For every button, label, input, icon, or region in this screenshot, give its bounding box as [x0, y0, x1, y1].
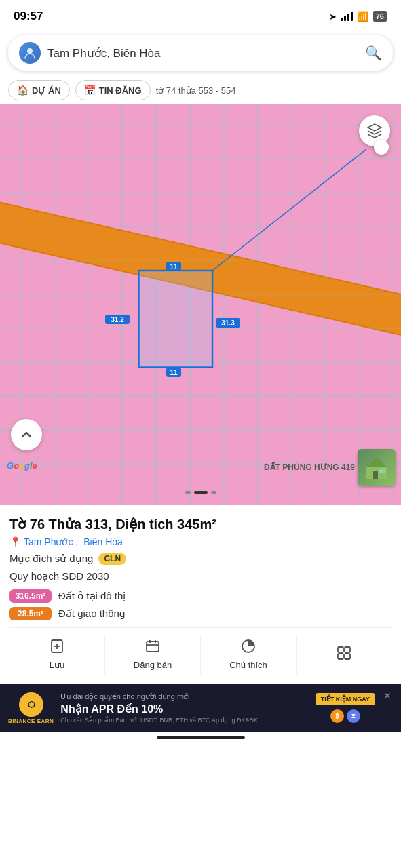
save-button[interactable]: Lưu: [9, 635, 105, 674]
ad-main-text: Nhận APR Đến 10%: [60, 703, 308, 715]
binance-logo: ⬡: [19, 692, 43, 717]
svg-text:11: 11: [170, 263, 178, 271]
svg-text:31.3: 31.3: [221, 319, 235, 327]
land-badge-orange: 28.5m²: [9, 607, 52, 620]
ad-logo: ⬡ BINANCE EARN: [8, 692, 54, 724]
info-panel: Tờ 76 Thửa 313, Diện tích 345m² 📍 Tam Ph…: [0, 505, 401, 684]
map-property-thumbnail[interactable]: [358, 449, 396, 486]
map-container[interactable]: 11 11 31.2 31.3 Google ĐẤT PHÙNG HƯNG 41…: [0, 104, 401, 505]
location-pin-icon: 📍: [9, 536, 21, 547]
dang-ban-label: Đăng bán: [134, 660, 172, 670]
ad-logo-text: BINANCE EARN: [8, 718, 54, 724]
map-collapse-button[interactable]: [11, 419, 42, 450]
save-icon: [50, 639, 64, 657]
svg-rect-29: [139, 271, 212, 367]
filter-parcel-text[interactable]: tờ 74 thửa 553 - 554: [156, 83, 236, 98]
svg-rect-43: [379, 469, 385, 473]
land-type-row-2: 28.5m² Đất giao thông: [9, 607, 392, 620]
property-title: Tờ 76 Thửa 313, Diện tích 345m²: [9, 516, 392, 532]
filter-tabs: 🏠 DỰ ÁN 📅 TIN ĐĂNG tờ 74 thửa 553 - 554: [0, 76, 401, 104]
du-an-icon: 🏠: [17, 85, 28, 96]
svg-rect-53: [345, 647, 350, 652]
location-dot: [374, 140, 389, 155]
google-watermark: Google: [7, 460, 37, 471]
tab-tin-dang-label: TIN ĐĂNG: [99, 85, 142, 96]
chu-thich-button[interactable]: Chú thích: [201, 635, 297, 674]
wifi-icon: 📶: [357, 11, 368, 22]
dot-2-active: [194, 491, 208, 494]
battery-indicator: 76: [373, 11, 387, 22]
property-location: 📍 Tam Phước , Biên Hòa: [9, 536, 392, 547]
search-bar-wrapper: Tam Phước, Biên Hòa 🔍: [0, 30, 401, 76]
purpose-row: Mục đích sử dụng CLN: [9, 553, 392, 565]
svg-text:11: 11: [170, 369, 178, 376]
ad-sub-text: Cho các Sản phẩm Earn với USDT, BNB, ETH…: [60, 717, 308, 724]
dang-ban-icon: [145, 639, 160, 657]
signal-icon: [341, 12, 353, 21]
search-bar[interactable]: Tam Phước, Biên Hòa 🔍: [8, 35, 393, 71]
ad-close-button[interactable]: ✕: [382, 689, 393, 703]
location-icon: ➤: [329, 12, 337, 22]
tin-dang-icon: 📅: [84, 85, 96, 96]
map-svg: 11 11 31.2 31.3: [0, 104, 401, 505]
status-bar: 09:57 ➤ 📶 76: [0, 0, 401, 30]
more-icon: [337, 646, 351, 664]
dot-1: [185, 491, 191, 494]
land-desc-2: Đất giao thông: [58, 608, 125, 620]
dang-ban-button[interactable]: Đăng bán: [105, 635, 201, 674]
search-icon[interactable]: 🔍: [365, 45, 382, 61]
home-indicator: [0, 732, 401, 745]
svg-text:31.2: 31.2: [111, 316, 124, 323]
ad-title: Ưu đãi độc quyền cho người dùng mới: [60, 692, 308, 701]
svg-rect-55: [345, 654, 350, 659]
plan-label: Quy hoạch SĐĐ 2030: [9, 570, 392, 583]
save-label: Lưu: [50, 660, 64, 670]
search-input-text[interactable]: Tam Phước, Biên Hòa: [47, 46, 358, 60]
land-types: 316.5m² Đất ở tại đô thị 28.5m² Đất giao…: [9, 589, 392, 620]
search-avatar: [19, 42, 41, 64]
purpose-label: Mục đích sử dụng: [9, 553, 93, 565]
location-link-2[interactable]: Biên Hòa: [83, 536, 123, 547]
svg-rect-47: [147, 642, 159, 652]
svg-marker-41: [366, 457, 387, 467]
pagination-dots: [185, 491, 216, 494]
land-type-row-1: 316.5m² Đất ở tại đô thị: [9, 589, 392, 603]
land-desc-1: Đất ở tại đô thị: [58, 590, 126, 602]
ad-content: Ưu đãi độc quyền cho người dùng mới Nhận…: [60, 692, 308, 724]
location-separator: ,: [75, 536, 81, 547]
dot-3: [211, 491, 216, 494]
svg-marker-39: [368, 124, 381, 131]
tab-du-an-label: DỰ ÁN: [32, 85, 61, 96]
chu-thich-icon: [241, 639, 256, 657]
tab-du-an[interactable]: 🏠 DỰ ÁN: [8, 80, 70, 100]
svg-rect-54: [338, 654, 343, 659]
btc-icon: ₿: [330, 709, 344, 723]
land-badge-pink: 316.5m²: [9, 589, 52, 603]
map-promo-label: ĐẤT PHÙNG HƯNG 419: [264, 462, 355, 472]
chu-thich-label: Chú thích: [229, 660, 267, 670]
eth-icon: Ξ: [347, 709, 360, 723]
status-time: 09:57: [14, 9, 43, 23]
svg-rect-52: [338, 647, 343, 652]
home-indicator-bar: [157, 736, 245, 739]
purpose-badge: CLN: [98, 553, 126, 565]
status-icons: ➤ 📶 76: [329, 11, 387, 22]
ad-cta-button[interactable]: TIẾT KIỆM NGAY ₿ Ξ: [316, 693, 375, 723]
svg-rect-42: [373, 471, 378, 479]
svg-point-0: [27, 48, 33, 54]
action-buttons: Lưu Đăng bán Chú thích: [9, 627, 392, 678]
ad-banner[interactable]: ⬡ BINANCE EARN Ưu đãi độc quyền cho ngườ…: [0, 684, 401, 732]
more-button[interactable]: [297, 642, 392, 668]
ad-cta-label: TIẾT KIỆM NGAY: [316, 693, 375, 705]
location-link-1[interactable]: Tam Phước: [24, 536, 73, 547]
tab-tin-dang[interactable]: 📅 TIN ĐĂNG: [75, 80, 151, 100]
